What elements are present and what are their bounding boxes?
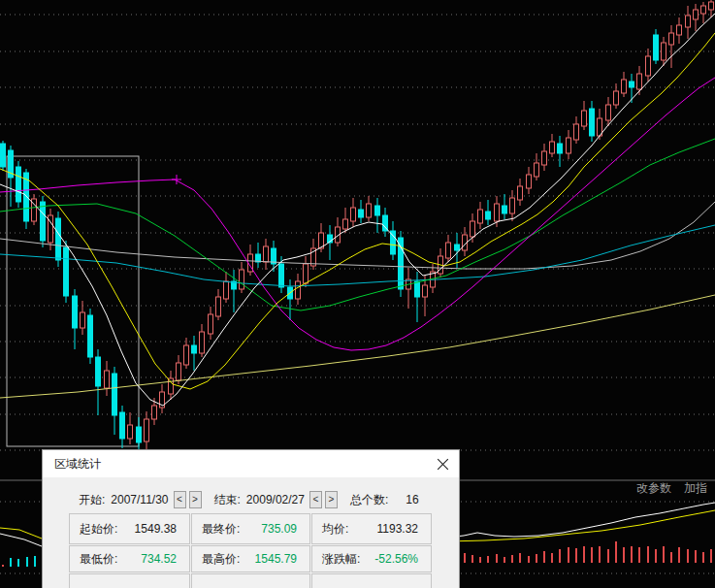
change-params-link[interactable]: 改参数 bbox=[636, 480, 671, 497]
end-label: 结束: bbox=[214, 492, 241, 508]
dialog-title: 区域统计 bbox=[54, 456, 101, 473]
stat-cell-average: 均价: 1193.32 bbox=[311, 513, 432, 544]
stat-label: 最终价: bbox=[202, 521, 240, 538]
ma-gray bbox=[0, 202, 715, 269]
stat-cell-empty bbox=[191, 573, 310, 588]
stat-value: 1193.32 bbox=[377, 522, 419, 536]
start-next-button[interactable]: > bbox=[189, 491, 202, 508]
stat-value: 735.09 bbox=[261, 522, 297, 536]
region-stats-dialog: 区域统计 开始: 2007/11/30 < > 结束: 2009/02/27 <… bbox=[42, 449, 460, 588]
stat-cell-empty bbox=[311, 573, 432, 588]
stat-label: 最高价: bbox=[202, 551, 240, 568]
stats-table: 起始价: 1549.38 最终价: 735.09 均价: 1193.32 最低价… bbox=[69, 513, 432, 588]
stat-value: 1545.79 bbox=[255, 552, 297, 566]
end-next-button[interactable]: > bbox=[325, 491, 338, 508]
stat-value: 734.52 bbox=[141, 552, 177, 566]
count-value: 16 bbox=[406, 493, 418, 506]
start-date-value: 2007/11/30 bbox=[111, 493, 168, 506]
stat-cell-empty bbox=[69, 573, 190, 588]
stat-cell-open: 起始价: 1549.38 bbox=[69, 513, 190, 544]
stat-value: 1549.38 bbox=[135, 522, 177, 536]
stat-label: 均价: bbox=[322, 521, 348, 538]
count-label: 总个数: bbox=[350, 492, 388, 508]
ma-green bbox=[0, 139, 715, 310]
stat-value: -52.56% bbox=[374, 552, 418, 566]
stat-label: 起始价: bbox=[80, 521, 117, 538]
start-label: 开始: bbox=[79, 492, 105, 508]
stock-chart-app: 改参数 加指 区域统计 开始: 2007/11/30 < > 结束: 2009/… bbox=[0, 0, 715, 588]
ma-yellow bbox=[0, 33, 715, 389]
ma-lines bbox=[0, 14, 715, 406]
add-indicator-link[interactable]: 加指 bbox=[684, 480, 707, 497]
range-controls: 开始: 2007/11/30 < > 结束: 2009/02/27 < > 总个… bbox=[79, 490, 419, 509]
start-prev-button[interactable]: < bbox=[174, 491, 186, 508]
stat-label: 涨跌幅: bbox=[322, 551, 360, 568]
stat-label: 最低价: bbox=[80, 551, 117, 568]
end-date-value: 2009/02/27 bbox=[246, 493, 305, 506]
stat-cell-final: 最终价: 735.09 bbox=[191, 513, 310, 544]
stat-cell-low: 最低价: 734.52 bbox=[69, 545, 190, 572]
stat-cell-change: 涨跌幅: -52.56% bbox=[311, 545, 432, 572]
ma-white bbox=[0, 14, 715, 406]
end-prev-button[interactable]: < bbox=[309, 491, 322, 508]
ma-cyan bbox=[0, 225, 715, 286]
dialog-titlebar[interactable]: 区域统计 bbox=[43, 450, 459, 477]
close-icon[interactable] bbox=[436, 457, 450, 472]
indicator-pane-links: 改参数 加指 bbox=[636, 480, 707, 497]
stat-cell-high: 最高价: 1545.79 bbox=[191, 545, 310, 572]
candles bbox=[1, 0, 714, 452]
